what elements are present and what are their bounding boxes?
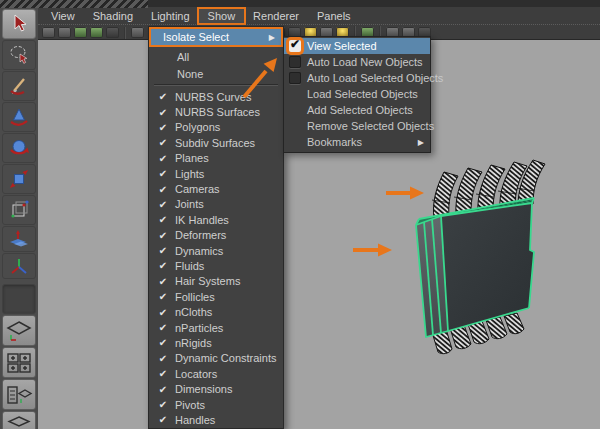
checkbox[interactable]: [289, 40, 301, 52]
menu-item[interactable]: ✔ Locators: [149, 366, 283, 381]
menu-separator: [154, 84, 278, 86]
menu-item[interactable]: ✔ Joints: [149, 197, 283, 212]
menu-item[interactable]: ✔ nCloths: [149, 304, 283, 319]
checkmark-icon: ✔: [156, 414, 170, 425]
menu-item[interactable]: Lighting: [142, 9, 199, 23]
universal-manipulator-tool[interactable]: [2, 195, 36, 225]
show-menu-display-items: ✔ NURBS Curves ✔ NURBS Surfaces ✔ Polygo…: [149, 89, 283, 429]
menu-item[interactable]: ✔ Hair Systems: [149, 274, 283, 289]
menu-item[interactable]: ✔ Dynamic Constraints: [149, 351, 283, 366]
rotate-sphere-icon: [8, 137, 30, 159]
menu-item-isolate-select[interactable]: Isolate Select ▶: [149, 27, 283, 47]
menu-item[interactable]: ✔ Dynamics: [149, 243, 283, 258]
axes-tool[interactable]: [2, 253, 36, 279]
checkmark-icon: ✔: [156, 307, 170, 318]
image-plane-icon[interactable]: [90, 27, 103, 38]
menu-item[interactable]: Shading: [84, 9, 142, 23]
tool-box: [0, 8, 38, 429]
graph-pane-layout[interactable]: [2, 411, 36, 429]
show-manipulator-tool[interactable]: [2, 226, 36, 252]
torn-edge-texture: [0, 0, 148, 8]
camera-icon[interactable]: [42, 27, 55, 38]
rotate-tool[interactable]: [2, 133, 36, 163]
submenu-item[interactable]: Auto Load New Objects ▶: [284, 54, 430, 70]
menu-item[interactable]: ✔ Polygons: [149, 120, 283, 135]
menu-item[interactable]: ✔ IK Handles: [149, 212, 283, 227]
outliner-pane-icon: [5, 383, 33, 407]
checkmark-icon: ✔: [156, 276, 170, 287]
camera-attributes-icon[interactable]: [58, 27, 71, 38]
four-pane-layout[interactable]: [2, 347, 36, 378]
submenu-item[interactable]: Bookmarks ▶: [284, 134, 430, 150]
isolate-select-submenu: View Selected ▶ Auto Load New Objects ▶ …: [283, 36, 431, 153]
four-pane-icon: [5, 351, 33, 375]
checkmark-icon: ✔: [156, 137, 170, 148]
menu-item[interactable]: Panels: [308, 9, 360, 23]
manipulator-planes-icon: [8, 229, 30, 249]
menu-item[interactable]: ✔ Cameras: [149, 181, 283, 196]
menu-item[interactable]: ✔ nParticles: [149, 320, 283, 335]
menu-item[interactable]: ✔ Fluids: [149, 258, 283, 273]
menu-item[interactable]: ✔ Lights: [149, 166, 283, 181]
cone-icon: [8, 106, 30, 128]
submenu-arrow-icon: ▶: [418, 138, 424, 147]
checkmark-icon: ✔: [156, 122, 170, 133]
lasso-select-tool[interactable]: [2, 40, 36, 70]
show-menu-actions: All None: [149, 49, 283, 81]
menu-item[interactable]: ✔ Subdiv Surfaces: [149, 135, 283, 150]
submenu-item[interactable]: Load Selected Objects ▶: [284, 86, 430, 102]
checkmark-icon: ✔: [156, 91, 170, 102]
checkmark-icon: ✔: [156, 368, 170, 379]
menu-item[interactable]: ✔ Deformers: [149, 228, 283, 243]
menu-item[interactable]: ✔ Handles: [149, 412, 283, 427]
submenu-item[interactable]: View Selected ▶: [284, 38, 430, 54]
menu-item[interactable]: ✔ NURBS Surfaces: [149, 104, 283, 119]
grid-icon[interactable]: [131, 27, 144, 38]
menu-item[interactable]: ✔ nRigids: [149, 335, 283, 350]
submenu-item[interactable]: Remove Selected Objects ▶: [284, 118, 430, 134]
checkmark-icon: ✔: [156, 184, 170, 195]
menu-item[interactable]: ✔ Pivots: [149, 397, 283, 412]
checkmark-icon: ✔: [156, 245, 170, 256]
menu-item[interactable]: Show: [199, 9, 245, 23]
checkmark-icon: ✔: [156, 199, 170, 210]
paint-select-tool[interactable]: [2, 71, 36, 101]
menu-item[interactable]: View: [42, 9, 84, 23]
checkmark-icon: ✔: [156, 322, 170, 333]
checkbox[interactable]: [289, 56, 301, 68]
single-pane-layout[interactable]: [2, 315, 36, 346]
submenu-arrow-icon: ▶: [269, 33, 275, 42]
checkmark-icon: ✔: [156, 337, 170, 348]
outliner-pane-layout[interactable]: [2, 379, 36, 410]
submenu-item[interactable]: Auto Load Selected Objects ▶: [284, 70, 430, 86]
scale-tool[interactable]: [2, 164, 36, 194]
checkmark-icon: ✔: [156, 230, 170, 241]
select-arrow-icon: [8, 13, 30, 35]
select-tool[interactable]: [2, 9, 36, 39]
panel-menu-bar: View Shading Lighting Show Renderer Pane…: [38, 7, 600, 24]
menu-item[interactable]: ✔ Follicles: [149, 289, 283, 304]
menu-item[interactable]: None: [149, 66, 283, 81]
menu-item[interactable]: ✔ NURBS Curves: [149, 89, 283, 104]
checkmark-icon: ✔: [156, 260, 170, 271]
checkmark-icon: ✔: [156, 399, 170, 410]
paint-brush-icon: [8, 75, 30, 97]
move-tool[interactable]: [2, 102, 36, 132]
menu-item[interactable]: ✔ Dimensions: [149, 381, 283, 396]
scale-cube-icon: [8, 168, 30, 190]
checkmark-icon: ✔: [156, 353, 170, 364]
menu-item[interactable]: ✔ Planes: [149, 151, 283, 166]
bookmark-bars-icon[interactable]: [74, 27, 87, 38]
checkmark-icon: ✔: [156, 153, 170, 164]
single-pane-icon: [5, 319, 33, 343]
axes-icon: [8, 257, 30, 275]
zoom-select-icon[interactable]: [106, 27, 119, 38]
empty-tool-slot[interactable]: [2, 284, 36, 314]
checkmark-icon: ✔: [156, 107, 170, 118]
separator[interactable]: [124, 27, 126, 39]
submenu-item[interactable]: Add Selected Objects ▶: [284, 102, 430, 118]
menu-item[interactable]: Renderer: [244, 9, 308, 23]
checkbox[interactable]: [289, 72, 301, 84]
menu-item[interactable]: All: [149, 49, 283, 64]
manipulator-cube-icon: [8, 199, 30, 221]
